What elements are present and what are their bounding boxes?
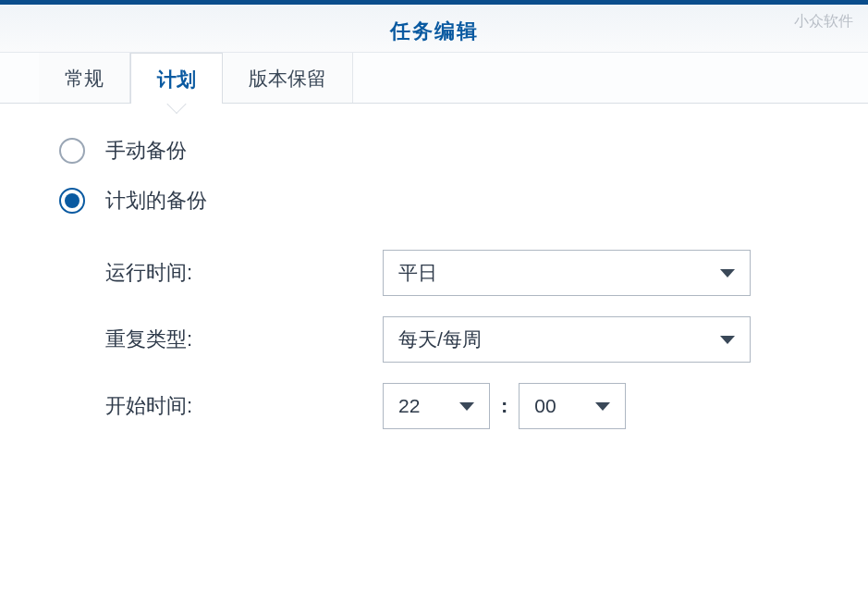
time-separator: : <box>501 394 507 418</box>
chevron-down-icon <box>720 269 735 277</box>
label-run-time: 运行时间: <box>105 259 383 287</box>
row-repeat-type: 重复类型: 每天/每周 <box>59 316 846 363</box>
select-repeat-type[interactable]: 每天/每周 <box>383 316 751 363</box>
radio-icon <box>59 188 85 214</box>
radio-manual-backup[interactable]: 手动备份 <box>59 137 846 165</box>
chevron-down-icon <box>459 402 474 411</box>
window-header: 任务编辑 小众软件 <box>0 5 868 53</box>
chevron-down-icon <box>595 402 610 411</box>
tab-bar: 常规 计划 版本保留 <box>0 53 868 104</box>
select-start-hour-value: 22 <box>398 395 420 417</box>
radio-manual-label: 手动备份 <box>105 137 187 165</box>
chevron-down-icon <box>720 336 735 344</box>
radio-icon <box>59 138 85 164</box>
tab-general[interactable]: 常规 <box>39 53 130 103</box>
time-picker-group: 22 : 00 <box>383 383 626 429</box>
tab-schedule[interactable]: 计划 <box>130 53 223 104</box>
tab-version-retention[interactable]: 版本保留 <box>223 53 353 103</box>
window-title: 任务编辑 <box>390 18 479 45</box>
row-run-time: 运行时间: 平日 <box>59 250 846 296</box>
select-start-minute[interactable]: 00 <box>519 383 626 429</box>
select-run-time-value: 平日 <box>398 260 437 286</box>
radio-scheduled-backup[interactable]: 计划的备份 <box>59 187 846 215</box>
row-start-time: 开始时间: 22 : 00 <box>59 383 846 429</box>
select-start-hour[interactable]: 22 <box>383 383 490 429</box>
tab-content-schedule: 手动备份 计划的备份 运行时间: 平日 重复类型: 每天/每周 开始时间: 22… <box>0 104 868 604</box>
label-repeat-type: 重复类型: <box>105 326 383 353</box>
select-start-minute-value: 00 <box>534 395 556 417</box>
select-run-time[interactable]: 平日 <box>383 250 751 296</box>
radio-dot <box>65 193 79 208</box>
label-start-time: 开始时间: <box>105 392 383 420</box>
watermark-text: 小众软件 <box>794 12 853 31</box>
radio-scheduled-label: 计划的备份 <box>105 187 207 215</box>
select-repeat-type-value: 每天/每周 <box>398 327 482 352</box>
